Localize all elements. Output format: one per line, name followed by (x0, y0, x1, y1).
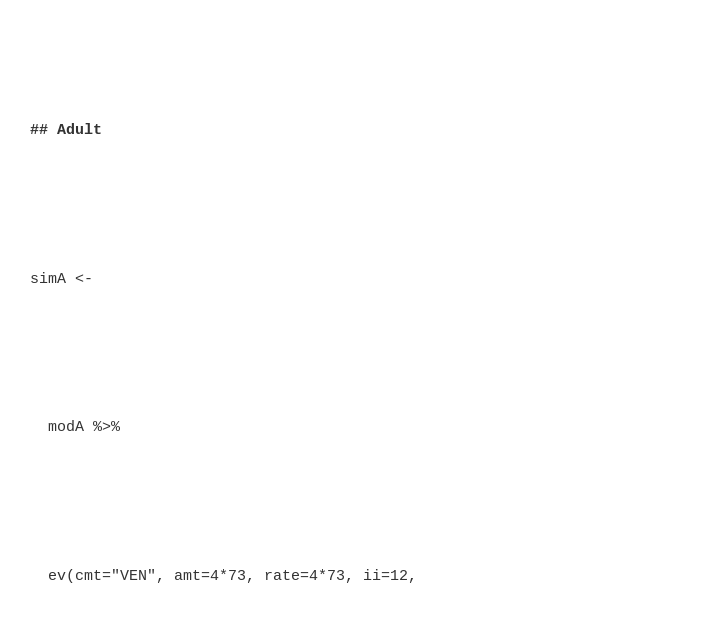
adult-line-sima: simA <- (30, 268, 679, 293)
adult-blank-1 (30, 193, 679, 218)
adult-line-ev1: ev(cmt="VEN", amt=4*73, rate=4*73, ii=12… (30, 565, 679, 590)
adult-line-moda: modA %>% (30, 416, 679, 441)
adult-blank-2 (30, 342, 679, 367)
adult-blank-3 (30, 490, 679, 515)
code-container: ## Adult simA <- modA %>% ev(cmt="VEN", … (30, 20, 679, 638)
adult-section: ## Adult simA <- modA %>% ev(cmt="VEN", … (30, 70, 679, 639)
adult-heading: ## Adult (30, 119, 679, 144)
